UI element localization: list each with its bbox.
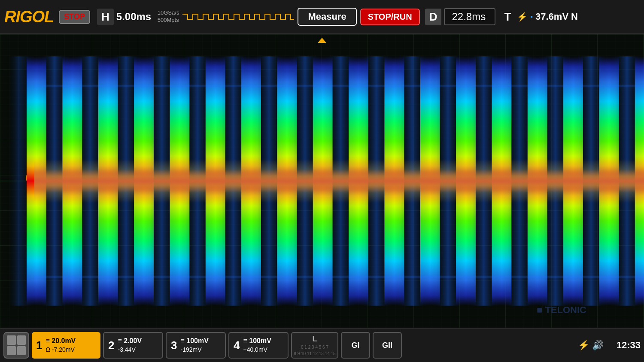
gi-button[interactable]: GI	[341, 332, 370, 359]
ch3-info: ≡ 100mV -192mV	[180, 336, 208, 354]
measure-button[interactable]: Measure	[298, 8, 356, 26]
mem-icon: ▪	[530, 13, 533, 21]
n-label: N	[571, 11, 578, 22]
d-label: D	[425, 9, 442, 25]
ch1-voltage-div: ≡ 20.0mV	[46, 336, 76, 346]
trigger-section: T ⚡ ▪ 37.6mV N	[501, 9, 578, 25]
ch2-number: 2	[108, 339, 114, 352]
trigger-wave-indicator	[182, 11, 294, 23]
delay-section: D 22.8ms	[425, 8, 496, 25]
channel-4-block[interactable]: 4 ≡ 100mV +40.0mV	[228, 332, 289, 359]
clock-display: 12:33	[606, 340, 641, 351]
sample-pts: 500Mpts	[158, 17, 179, 24]
ch4-offset: +40.0mV	[243, 346, 271, 354]
usb-icon: ⚡	[578, 340, 589, 351]
stop-badge[interactable]: STOP	[59, 10, 90, 24]
l-label: L	[313, 335, 317, 344]
sample-rate: 10GSa/s	[158, 9, 179, 17]
channel-3-block[interactable]: 3 ≡ 100mV -192mV	[166, 332, 226, 359]
ch2-offset: -3.44V	[118, 346, 142, 354]
ch1-info: ≡ 20.0mV Ω -7.20mV	[46, 336, 76, 354]
logic-channels-block[interactable]: L 0 1 2 3 4 5 6 7 8 9 10 11 12 13 14 15	[291, 332, 338, 359]
logic-line1: 0 1 2 3 4 5 6 7	[301, 344, 328, 350]
ch1-offset: Ω -7.20mV	[46, 346, 76, 354]
ch4-info: ≡ 100mV +40.0mV	[243, 336, 271, 354]
h-label: H	[97, 9, 114, 25]
grid-display-button[interactable]	[3, 332, 29, 359]
ch2-info: ≡ 2.00V -3.44V	[118, 336, 142, 354]
channel-2-block[interactable]: 2 ≡ 2.00V -3.44V	[103, 332, 163, 359]
rigol-logo: RIGOL	[4, 8, 54, 26]
gi-label: GI	[351, 341, 359, 350]
wave-canvas	[0, 34, 644, 328]
topbar: RIGOL STOP H 5.00ms 10GSa/s 500Mpts Meas…	[0, 0, 644, 34]
channel-1-block[interactable]: 1 ≡ 20.0mV Ω -7.20mV	[32, 332, 100, 359]
timebase-value[interactable]: 5.00ms	[116, 11, 155, 23]
trigger-edge-icon: ⚡	[517, 12, 528, 22]
sample-info: 10GSa/s 500Mpts	[158, 9, 179, 24]
trigger-voltage[interactable]: 37.6mV	[535, 11, 568, 22]
ch4-voltage-div: ≡ 100mV	[243, 336, 271, 346]
ch1-number: 1	[36, 339, 42, 352]
ch3-number: 3	[171, 339, 177, 352]
ch3-voltage-div: ≡ 100mV	[180, 336, 208, 346]
gii-label: GII	[382, 341, 392, 350]
ch3-offset: -192mV	[180, 346, 208, 354]
stoprun-button[interactable]: STOP/RUN	[360, 9, 420, 25]
ch4-number: 4	[234, 339, 240, 352]
timebase-section: H 5.00ms 10GSa/s 500Mpts	[97, 9, 179, 25]
t-label: T	[501, 9, 514, 25]
bottombar: 1 ≡ 20.0mV Ω -7.20mV 2 ≡ 2.00V -3.44V 3 …	[0, 328, 644, 362]
sound-icon: 🔊	[592, 340, 604, 351]
delay-value[interactable]: 22.8ms	[444, 8, 495, 25]
ch2-voltage-div: ≡ 2.00V	[118, 336, 142, 346]
logic-line2: 8 9 10 11 12 13 14 15	[294, 351, 335, 356]
gii-button[interactable]: GII	[373, 332, 402, 359]
scope-area: 1 ■ TELONIC	[0, 34, 644, 328]
